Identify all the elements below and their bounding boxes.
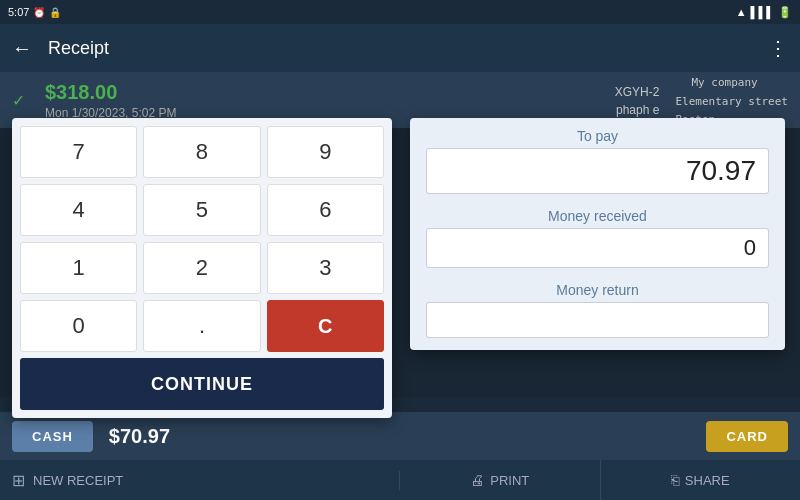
check-icon: ✓ (12, 91, 25, 110)
payment-panel: To pay 70.97 Money received 0 Money retu… (410, 118, 785, 350)
numpad-7[interactable]: 7 (20, 126, 137, 178)
money-return-value (426, 302, 769, 338)
numpad-3[interactable]: 3 (267, 242, 384, 294)
numpad-2[interactable]: 2 (143, 242, 260, 294)
battery-icon: 🔋 (778, 6, 792, 19)
share-icon: ⎗ (671, 472, 679, 488)
numpad-5[interactable]: 5 (143, 184, 260, 236)
print-button[interactable]: 🖨 PRINT (400, 460, 601, 500)
status-bar: 5:07 ⏰ 🔒 ▲ ▌▌▌ 🔋 (0, 0, 800, 24)
numpad-8[interactable]: 8 (143, 126, 260, 178)
print-label: PRINT (490, 473, 529, 488)
back-button[interactable]: ← (12, 37, 32, 60)
action-bar: CASH $70.97 CARD (0, 412, 800, 460)
menu-button[interactable]: ⋮ (768, 36, 788, 60)
card-button[interactable]: CARD (706, 421, 788, 452)
print-icon: 🖨 (470, 472, 484, 488)
calculator-icon: ⊞ (12, 471, 25, 490)
wifi-icon: ▲ (736, 6, 747, 18)
status-right: ▲ ▌▌▌ 🔋 (736, 6, 792, 19)
money-return-label: Money return (426, 282, 769, 298)
bottom-bar: ⊞ NEW RECEIPT 🖨 PRINT ⎗ SHARE (0, 460, 800, 500)
status-left: 5:07 ⏰ 🔒 (8, 6, 61, 18)
numpad-9[interactable]: 9 (267, 126, 384, 178)
numpad-4[interactable]: 4 (20, 184, 137, 236)
lock-icon: 🔒 (49, 7, 61, 18)
share-button[interactable]: ⎗ SHARE (601, 460, 801, 500)
new-receipt-section[interactable]: ⊞ NEW RECEIPT (0, 471, 400, 490)
numpad-6[interactable]: 6 (267, 184, 384, 236)
continue-button[interactable]: CONTINUE (20, 358, 384, 410)
page-title: Receipt (48, 38, 752, 59)
share-label: SHARE (685, 473, 730, 488)
numpad-dot[interactable]: . (143, 300, 260, 352)
cash-button[interactable]: CASH (12, 421, 93, 452)
numpad-grid: 7 8 9 4 5 6 1 2 3 0 . C (20, 126, 384, 352)
status-time: 5:07 (8, 6, 29, 18)
to-pay-row: To pay 70.97 (410, 118, 785, 198)
money-received-label: Money received (426, 208, 769, 224)
receipt-amount: $318.00 (45, 81, 176, 104)
money-received-value: 0 (426, 228, 769, 268)
to-pay-value: 70.97 (426, 148, 769, 194)
numpad-1[interactable]: 1 (20, 242, 137, 294)
new-receipt-label: NEW RECEIPT (33, 473, 123, 488)
header: ← Receipt ⋮ (0, 24, 800, 72)
to-pay-label: To pay (426, 128, 769, 144)
alarm-icon: ⏰ (33, 7, 45, 18)
receipt-code: XGYH-2 phaph e (615, 85, 660, 117)
content-area: 7 8 9 4 5 6 1 2 3 0 . C CONTINUE To pay … (0, 128, 800, 398)
numpad-0[interactable]: 0 (20, 300, 137, 352)
signal-icon: ▌▌▌ (751, 6, 774, 18)
money-received-row: Money received 0 (410, 198, 785, 272)
receipt-info: $318.00 Mon 1/30/2023, 5:02 PM (45, 81, 176, 120)
amount-display: $70.97 (109, 425, 170, 448)
money-return-row: Money return (410, 272, 785, 350)
print-share-section: 🖨 PRINT ⎗ SHARE (400, 460, 800, 500)
numpad-clear[interactable]: C (267, 300, 384, 352)
receipt-code-block: XGYH-2 phaph e (615, 82, 660, 118)
numpad-panel: 7 8 9 4 5 6 1 2 3 0 . C CONTINUE (12, 118, 392, 418)
